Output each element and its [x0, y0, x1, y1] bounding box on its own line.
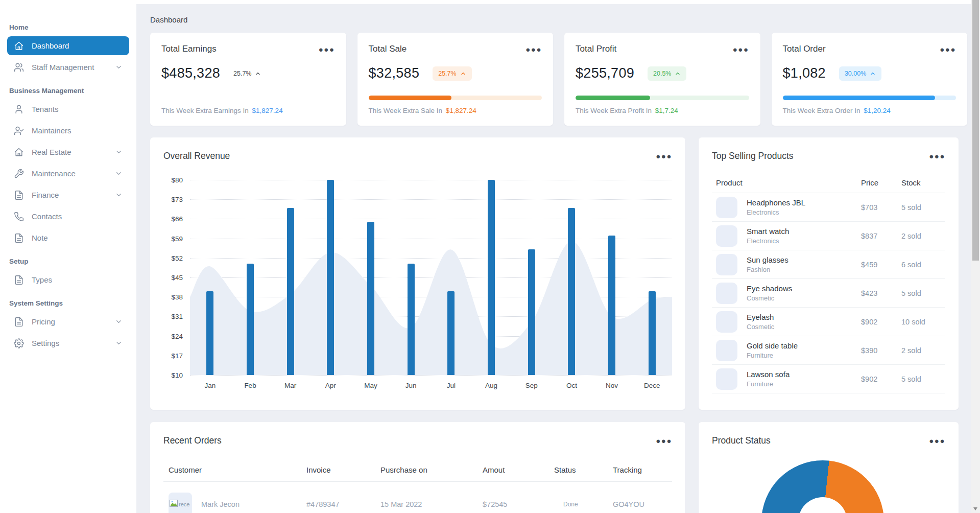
sidebar-item-maintenance[interactable]: Maintenance — [7, 164, 129, 183]
order-purchase-date: 15 Mar 2022 — [375, 500, 477, 508]
bar-dece — [649, 291, 656, 375]
vertical-scrollbar[interactable] — [971, 0, 980, 513]
product-row-sun-glasses[interactable]: Sun glassesFashion$4596 sold — [712, 250, 945, 279]
sidebar-item-tenants[interactable]: Tenants — [7, 100, 129, 119]
sidebar-item-label: Dashboard — [32, 41, 69, 50]
sidebar-item-real-estate[interactable]: Real Estate — [7, 143, 129, 161]
order-tracking: GO4YOU — [608, 500, 672, 508]
chevron-down-icon — [115, 170, 123, 177]
sidebar-section-label-system-settings: System Settings — [9, 299, 127, 307]
sidebar-item-label: Maintainers — [32, 126, 71, 135]
product-name: Lawson sofa — [747, 370, 790, 379]
product-price: $902 — [861, 318, 901, 326]
broken-image-icon — [170, 500, 178, 508]
product-row-lawson-sofa[interactable]: Lawson sofaFurniture$9025 sold — [712, 365, 945, 393]
y-axis-label: $10 — [171, 371, 183, 379]
product-price: $703 — [861, 203, 901, 212]
file-icon — [14, 190, 24, 200]
more-options-button[interactable]: ●●● — [656, 437, 672, 445]
product-name: Smart watch — [747, 227, 789, 236]
order-status: Done — [549, 501, 608, 508]
product-image-placeholder — [716, 368, 737, 390]
more-options-button[interactable]: ●●● — [733, 45, 749, 53]
sidebar-item-label: Maintenance — [32, 169, 76, 178]
product-row-eye-shadows[interactable]: Eye shadowsCosmetic$4235 sold — [712, 279, 945, 308]
y-axis-label: $31 — [171, 313, 183, 320]
bar-jun — [408, 264, 415, 375]
recent-orders-title: Recent Orders — [163, 435, 222, 446]
sidebar-item-finance[interactable]: Finance — [7, 185, 129, 204]
sidebar-item-label: Types — [32, 275, 52, 284]
gridline: $10 — [190, 375, 672, 376]
x-axis-label: Nov — [592, 382, 632, 389]
sidebar-item-types[interactable]: Types — [7, 270, 129, 289]
card-value: $1,082 — [783, 65, 826, 81]
sidebar: HomeDashboardStaff ManagementBusiness Ma… — [0, 0, 136, 513]
product-name: Eyelash — [747, 313, 774, 321]
more-options-button[interactable]: ●●● — [929, 152, 945, 160]
main-content: Dashboard Total Earnings●●●$485,32825.7%… — [136, 0, 980, 513]
product-name: Gold side table — [747, 341, 798, 350]
product-category: Fashion — [747, 266, 788, 273]
order-row-mark-jecon[interactable]: receMark Jecon#478934715 Mar 2022$72545D… — [163, 482, 672, 513]
more-options-button[interactable]: ●●● — [319, 45, 335, 53]
sidebar-item-contacts[interactable]: Contacts — [7, 207, 129, 226]
column-header-pusrchase-on: Pusrchase on — [375, 465, 477, 474]
product-category: Electronics — [747, 208, 805, 216]
bar-sep — [528, 249, 535, 375]
product-stock: 5 sold — [901, 203, 945, 212]
card-title: Total Profit — [576, 44, 616, 54]
column-header-customer: Customer — [163, 465, 301, 474]
scrollbar-thumb[interactable] — [972, 0, 979, 261]
sidebar-item-maintainers[interactable]: Maintainers — [7, 121, 129, 140]
card-title: Total Sale — [369, 44, 407, 54]
scroll-down-arrow-icon[interactable] — [973, 507, 977, 510]
y-axis-label: $73 — [171, 196, 183, 203]
sidebar-item-pricing[interactable]: Pricing — [7, 312, 129, 331]
home-icon — [14, 147, 24, 157]
product-row-gold-side-table[interactable]: Gold side tableFurniture$3902 sold — [712, 336, 945, 365]
overall-revenue-title: Overall Revenue — [163, 151, 230, 161]
y-axis-label: $59 — [171, 235, 183, 243]
stat-card-total-order: Total Order●●●$1,08230.00% This Week Ext… — [772, 33, 968, 126]
sidebar-item-staff-management[interactable]: Staff Management — [7, 58, 129, 77]
y-axis-label: $45 — [171, 274, 183, 282]
more-options-button[interactable]: ●●● — [656, 152, 672, 160]
stat-cards-row: Total Earnings●●●$485,32825.7% This Week… — [150, 33, 967, 126]
column-header-price: Price — [861, 178, 901, 187]
column-header-invoice: Invoice — [301, 465, 375, 474]
more-options-button[interactable]: ●●● — [940, 45, 956, 53]
product-name: Sun glasses — [747, 255, 788, 264]
product-stock: 2 sold — [901, 232, 945, 240]
sidebar-item-settings[interactable]: Settings — [7, 334, 129, 353]
card-footer: This Week Extra Profit In $1,7.24 — [576, 107, 749, 114]
more-options-button[interactable]: ●●● — [929, 437, 945, 445]
card-title: Total Order — [783, 44, 826, 54]
product-row-eyelash[interactable]: EyelashCosmetic$90210 sold — [712, 308, 945, 336]
y-axis-label: $66 — [171, 215, 183, 223]
card-value: $32,585 — [369, 65, 420, 81]
sidebar-item-note[interactable]: Note — [7, 228, 129, 247]
more-options-button[interactable]: ●●● — [525, 45, 542, 53]
top-selling-products-panel: Top Selling Products ●●● ProductPriceSto… — [699, 137, 959, 410]
product-status-title: Product Status — [712, 435, 771, 446]
progress-bar — [369, 96, 542, 100]
product-row-smart-watch[interactable]: Smart watchElectronics$8372 sold — [712, 222, 945, 250]
x-axis-label: Jun — [391, 382, 431, 389]
sidebar-item-dashboard[interactable]: Dashboard — [7, 36, 129, 55]
x-axis-label: Sep — [511, 382, 552, 389]
product-image-placeholder — [716, 197, 737, 218]
product-category: Cosmetic — [747, 294, 792, 302]
card-value: $485,328 — [161, 65, 220, 81]
bar-may — [367, 222, 374, 375]
x-axis-labels: JanFebMarAprMayJunJulAugSepOctNovDece — [190, 382, 672, 389]
column-header-stock: Stock — [901, 178, 945, 187]
chevron-down-icon — [115, 318, 123, 325]
chevron-down-icon — [115, 148, 123, 156]
product-name: Headphones JBL — [747, 198, 805, 207]
card-footer: This Week Extra Order In $1,20.24 — [783, 107, 957, 114]
file-icon — [14, 317, 24, 327]
card-value: $255,709 — [576, 65, 634, 81]
product-row-headphones-jbl[interactable]: Headphones JBLElectronics$7035 sold — [712, 193, 945, 222]
x-axis-label: Aug — [471, 382, 512, 389]
